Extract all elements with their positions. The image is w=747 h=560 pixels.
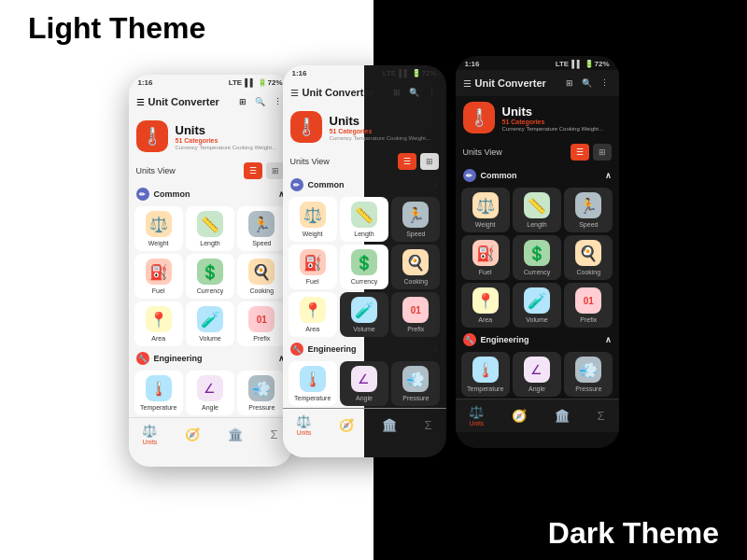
engineering-section-3: 🔧 Engineering ∧ [456,329,619,350]
fuel-icon-3: ⛽ [472,240,499,266]
volume-item-1[interactable]: 🧪 Volume [186,301,234,346]
search-icon-2[interactable]: 🔍 [408,86,421,99]
pressure-item-3[interactable]: 💨 Pressure [564,352,613,397]
nav-sigma-2[interactable]: Σ [425,418,432,432]
speed-item-3[interactable]: 🏃 Speed [564,188,613,232]
nav-compass-3[interactable]: 🧭 [512,409,527,423]
speed-item-2[interactable]: 🏃 Speed [391,197,440,242]
angle-item-3[interactable]: ∠ Angle [513,352,561,397]
pressure-icon-1: 💨 [248,375,275,401]
cooking-item-1[interactable]: 🍳 Cooking [237,254,286,299]
area-item-3[interactable]: 📍 Area [461,283,510,328]
common-section-3: ✏ Common ∧ [456,165,619,186]
unit-info-2: Units 51 Categories Currency Temperature… [330,114,431,141]
dark-theme-label: Dark Theme [548,516,719,551]
pressure-item-1[interactable]: 💨 Pressure [237,371,286,415]
prefix-item-3[interactable]: 01 Prefix [564,283,613,328]
phone-3-dark: 1:16 LTE ▌▌ 🔋72% ☰ Unit Converter ⊞ 🔍 ⋮ [456,56,619,448]
list-view-btn-1[interactable]: ☰ [244,162,262,179]
search-icon-1[interactable]: 🔍 [254,95,267,108]
weight-item-1[interactable]: ⚖️ Weight [134,206,183,251]
nav-units-2[interactable]: ⚖️ Units [296,414,311,436]
fuel-icon-2: ⛽ [300,249,326,275]
menu-icon-2[interactable]: ☰ [290,88,299,98]
speed-icon-2: 🏃 [402,202,429,228]
nav-compass-icon-1: 🧭 [185,427,200,441]
search-icon-3[interactable]: 🔍 [581,77,594,90]
view-toggle-3: Units View ☰ ⊞ [456,139,619,165]
unit-info-3: Units 51 Categories Currency Temperature… [502,105,604,132]
nav-bank-2[interactable]: 🏛️ [382,418,397,432]
grid-icon-3[interactable]: ⊞ [563,77,576,90]
volume-item-3[interactable]: 🧪 Volume [513,283,561,328]
length-item-2[interactable]: 📏 Length [340,197,388,242]
currency-label-2: Currency [351,278,377,285]
currency-label-1: Currency [197,287,223,294]
app-icons-1: ⊞ 🔍 ⋮ [236,95,285,108]
lte-2: LTE [383,69,397,77]
temp-label-3: Temperature [467,385,503,392]
nav-sigma-3[interactable]: Σ [598,409,605,423]
currency-item-3[interactable]: 💲 Currency [513,235,561,280]
cooking-label-3: Cooking [576,269,600,275]
length-item-3[interactable]: 📏 Length [513,188,561,232]
view-label-2: Units View [290,157,330,166]
fuel-item-1[interactable]: ⛽ Fuel [134,254,183,299]
cooking-item-3[interactable]: 🍳 Cooking [564,235,613,280]
grid-view-btn-2[interactable]: ⊞ [420,153,439,170]
view-toggle-2: Units View ☰ ⊞ [283,148,446,175]
eng-dot-2: 🔧 [290,343,303,356]
speed-item-1[interactable]: 🏃 Speed [237,206,286,251]
common-dot-3: ✏ [463,169,476,182]
prefix-item-1[interactable]: 01 Prefix [237,301,286,346]
area-item-2[interactable]: 📍 Area [289,292,337,337]
prefix-item-2[interactable]: 01 Prefix [391,292,440,337]
nav-sigma-1[interactable]: Σ [271,427,278,441]
nav-compass-1[interactable]: 🧭 [185,427,200,441]
weight-item-2[interactable]: ⚖️ Weight [289,197,337,242]
list-view-btn-2[interactable]: ☰ [398,153,416,170]
nav-bank-3[interactable]: 🏛️ [555,409,570,423]
toggle-icons-2: ☰ ⊞ [398,153,439,170]
angle-icon-1: ∠ [197,375,223,401]
currency-item-2[interactable]: 💲 Currency [340,245,388,289]
angle-item-1[interactable]: ∠ Angle [186,371,234,415]
more-icon-3[interactable]: ⋮ [599,77,612,90]
common-section-1: ✏ Common ∧ [129,184,292,204]
grid-view-btn-1[interactable]: ⊞ [266,162,285,179]
more-icon-2[interactable]: ⋮ [426,86,439,99]
angle-item-2[interactable]: ∠ Angle [340,361,388,406]
volume-item-2[interactable]: 🧪 Volume [340,292,388,337]
pressure-item-2[interactable]: 💨 Pressure [391,361,440,406]
nav-units-1[interactable]: ⚖️ Units [142,424,157,445]
length-item-1[interactable]: 📏 Length [186,206,234,251]
nav-units-3[interactable]: ⚖️ Units [469,405,484,427]
lte-icon-1: LTE [229,78,243,87]
menu-icon-1[interactable]: ☰ [136,97,145,107]
temp-item-3[interactable]: 🌡️ Temperature [461,352,510,397]
fuel-icon-1: ⛽ [146,259,172,285]
common-label-3: Common [481,171,517,180]
fuel-item-2[interactable]: ⛽ Fuel [289,245,337,289]
weight-icon-3: ⚖️ [472,192,499,218]
grid-icon-1[interactable]: ⊞ [236,95,249,108]
grid-icon-2[interactable]: ⊞ [390,86,403,99]
nav-compass-2[interactable]: 🧭 [339,418,354,432]
eng-section-left-3: 🔧 Engineering [463,333,529,346]
unit-header-2: 🌡️ Units 51 Categories Currency Temperat… [283,105,446,148]
light-theme-label: Light Theme [28,11,205,46]
common-grid-3: ⚖️ Weight 📏 Length 🏃 Speed ⛽ Fuel 💲 [456,186,619,329]
area-item-1[interactable]: 📍 Area [134,301,183,346]
lte-3: LTE [556,60,570,68]
pressure-icon-2: 💨 [402,366,429,392]
menu-icon-3[interactable]: ☰ [463,78,472,89]
nav-bank-1[interactable]: 🏛️ [228,427,243,441]
currency-item-1[interactable]: 💲 Currency [186,254,234,299]
cooking-item-2[interactable]: 🍳 Cooking [391,245,440,289]
list-view-btn-3[interactable]: ☰ [571,144,589,161]
grid-view-btn-3[interactable]: ⊞ [593,144,612,161]
temp-item-2[interactable]: 🌡️ Temperature [289,361,337,406]
fuel-item-3[interactable]: ⛽ Fuel [461,235,510,280]
weight-item-3[interactable]: ⚖️ Weight [461,188,510,232]
temp-item-1[interactable]: 🌡️ Temperature [134,371,183,415]
